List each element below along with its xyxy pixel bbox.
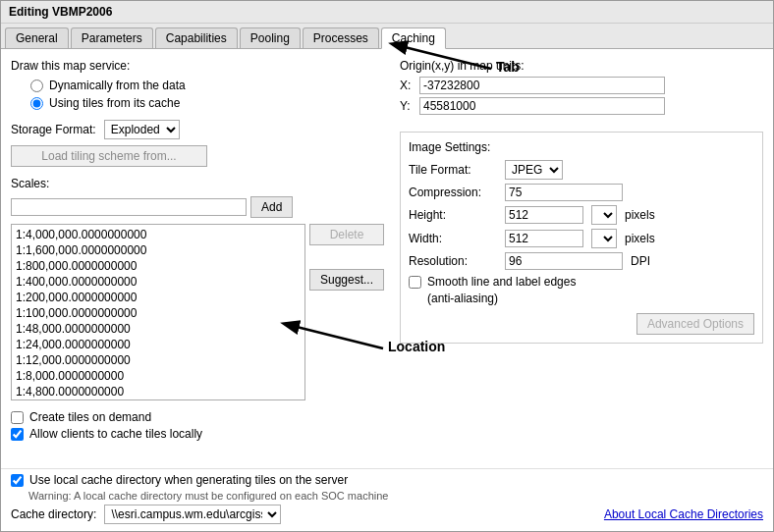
scales-area: 1:4,000,000.00000000001:1,600,000.000000… xyxy=(11,224,384,400)
allow-clients-row: Allow clients to cache tiles locally xyxy=(11,427,384,441)
scales-input[interactable] xyxy=(11,198,247,216)
load-scheme-button[interactable]: Load tiling scheme from... xyxy=(11,145,207,167)
radio-dynamic[interactable] xyxy=(30,80,43,92)
height-unit: pixels xyxy=(625,208,655,222)
delete-scale-button[interactable]: Delete xyxy=(309,224,384,245)
resolution-row: Resolution: DPI xyxy=(409,252,754,270)
draw-service-label: Draw this map service: xyxy=(11,59,130,73)
x-coord-row: X: xyxy=(400,77,763,94)
width-label: Width: xyxy=(409,232,497,245)
y-coord-row: Y: xyxy=(400,97,763,115)
radio-tiles[interactable] xyxy=(30,97,43,110)
height-unit-select[interactable] xyxy=(591,205,617,225)
smooth-label: Smooth line and label edges(anti-aliasin… xyxy=(427,274,576,307)
compression-label: Compression: xyxy=(409,186,497,199)
add-scale-button[interactable]: Add xyxy=(250,196,293,218)
image-settings-title: Image Settings: xyxy=(409,140,754,154)
tile-format-label: Tile Format: xyxy=(409,163,497,177)
compression-row: Compression: xyxy=(409,184,754,201)
main-window: Editing VBMP2006 General Parameters Capa… xyxy=(0,0,774,532)
scales-label: Scales: xyxy=(11,177,384,190)
title-bar: Editing VBMP2006 xyxy=(1,1,773,24)
x-input[interactable] xyxy=(419,77,665,94)
window-title: Editing VBMP2006 xyxy=(9,5,112,19)
origin-section: Origin(x,y) in map units: X: Y: xyxy=(400,59,763,118)
cache-dir-select[interactable]: \\esri.campus.wm.edu\arcgiss xyxy=(104,505,281,524)
use-local-label: Use local cache directory when generatin… xyxy=(29,473,348,487)
create-tiles-row: Create tiles on demand xyxy=(11,410,384,424)
cache-dir-about-row: Cache directory: \\esri.campus.wm.edu\ar… xyxy=(11,505,763,524)
list-item[interactable]: 1:48,000.0000000000 xyxy=(14,321,303,337)
list-item[interactable]: 1:1,600,000.0000000000 xyxy=(14,242,303,258)
create-tiles-checkbox[interactable] xyxy=(11,411,24,424)
draw-options-group: Dynamically from the data Using tiles fr… xyxy=(30,79,384,110)
create-tiles-label: Create tiles on demand xyxy=(29,410,151,424)
tab-content: Draw this map service: Dynamically from … xyxy=(1,49,773,468)
width-row: Width: pixels xyxy=(409,229,754,248)
footer-section: Use local cache directory when generatin… xyxy=(1,468,773,531)
resolution-unit: DPI xyxy=(631,254,650,268)
list-item[interactable]: 1:4,800.0000000000 xyxy=(14,384,303,399)
list-item[interactable]: 1:12,000.0000000000 xyxy=(14,352,303,368)
resolution-label: Resolution: xyxy=(409,254,497,268)
list-item[interactable]: 1:800,000.0000000000 xyxy=(14,258,303,274)
height-row: Height: pixels xyxy=(409,205,754,225)
radio-tiles-row: Using tiles from its cache xyxy=(30,96,384,110)
allow-clients-checkbox[interactable] xyxy=(11,428,24,441)
resolution-input[interactable] xyxy=(505,252,623,270)
storage-format-row: Storage Format: Exploded xyxy=(11,120,384,139)
advanced-btn-row: Advanced Options xyxy=(409,313,754,335)
tab-caching[interactable]: Caching xyxy=(381,27,446,49)
tab-general[interactable]: General xyxy=(5,27,69,48)
list-item[interactable]: 1:100,000.0000000000 xyxy=(14,305,303,321)
origin-title: Origin(x,y) in map units: xyxy=(400,59,763,73)
draw-service-section: Draw this map service: xyxy=(11,59,384,73)
tile-format-select[interactable]: JPEGPNGPNG8 xyxy=(505,160,563,180)
storage-label: Storage Format: xyxy=(11,123,96,136)
suggest-button[interactable]: Suggest... xyxy=(309,269,384,291)
storage-select[interactable]: Exploded xyxy=(104,120,180,139)
tab-processes[interactable]: Processes xyxy=(303,27,379,48)
scales-input-row: Add xyxy=(11,196,384,218)
warning-row: Warning: A local cache directory must be… xyxy=(11,490,763,502)
height-input[interactable] xyxy=(505,206,583,224)
x-label: X: xyxy=(400,79,414,92)
y-input[interactable] xyxy=(419,97,665,115)
bottom-checkboxes: Create tiles on demand Allow clients to … xyxy=(11,410,384,444)
about-link[interactable]: About Local Cache Directories xyxy=(604,507,763,521)
height-label: Height: xyxy=(409,208,497,222)
cache-dir-row: Cache directory: \\esri.campus.wm.edu\ar… xyxy=(11,505,281,524)
list-item[interactable]: 1:8,000.0000000000 xyxy=(14,368,303,384)
radio-dynamic-row: Dynamically from the data xyxy=(30,79,384,92)
right-panel: Origin(x,y) in map units: X: Y: Image Se… xyxy=(400,59,763,458)
tab-bar: General Parameters Capabilities Pooling … xyxy=(1,24,773,49)
cache-dir-label: Cache directory: xyxy=(11,507,96,521)
smooth-row: Smooth line and label edges(anti-aliasin… xyxy=(409,274,754,307)
radio-tiles-label: Using tiles from its cache xyxy=(49,96,180,110)
width-unit: pixels xyxy=(625,232,655,245)
load-scheme-row: Load tiling scheme from... xyxy=(11,145,384,167)
use-local-row: Use local cache directory when generatin… xyxy=(11,473,763,487)
list-item[interactable]: 1:200,000.0000000000 xyxy=(14,290,303,305)
advanced-options-button[interactable]: Advanced Options xyxy=(636,313,754,335)
use-local-checkbox[interactable] xyxy=(11,474,24,487)
left-panel: Draw this map service: Dynamically from … xyxy=(11,59,384,458)
scales-buttons: Delete Suggest... xyxy=(309,224,384,400)
list-item[interactable]: 1:24,000.0000000000 xyxy=(14,337,303,352)
radio-dynamic-label: Dynamically from the data xyxy=(49,79,186,92)
list-item[interactable]: 1:4,000,000.0000000000 xyxy=(14,227,303,242)
width-unit-select[interactable] xyxy=(591,229,617,248)
scales-list[interactable]: 1:4,000,000.00000000001:1,600,000.000000… xyxy=(11,224,305,400)
allow-clients-label: Allow clients to cache tiles locally xyxy=(29,427,202,441)
image-settings-box: Image Settings: Tile Format: JPEGPNGPNG8… xyxy=(400,132,763,344)
tab-capabilities[interactable]: Capabilities xyxy=(155,27,238,48)
list-item[interactable]: 1:400,000.0000000000 xyxy=(14,274,303,290)
tab-parameters[interactable]: Parameters xyxy=(71,27,153,48)
y-label: Y: xyxy=(400,99,414,113)
smooth-checkbox[interactable] xyxy=(409,276,421,289)
width-input[interactable] xyxy=(505,230,583,247)
tile-format-row: Tile Format: JPEGPNGPNG8 xyxy=(409,160,754,180)
compression-input[interactable] xyxy=(505,184,623,201)
tab-pooling[interactable]: Pooling xyxy=(240,27,301,48)
warning-text: Warning: A local cache directory must be… xyxy=(28,490,388,502)
